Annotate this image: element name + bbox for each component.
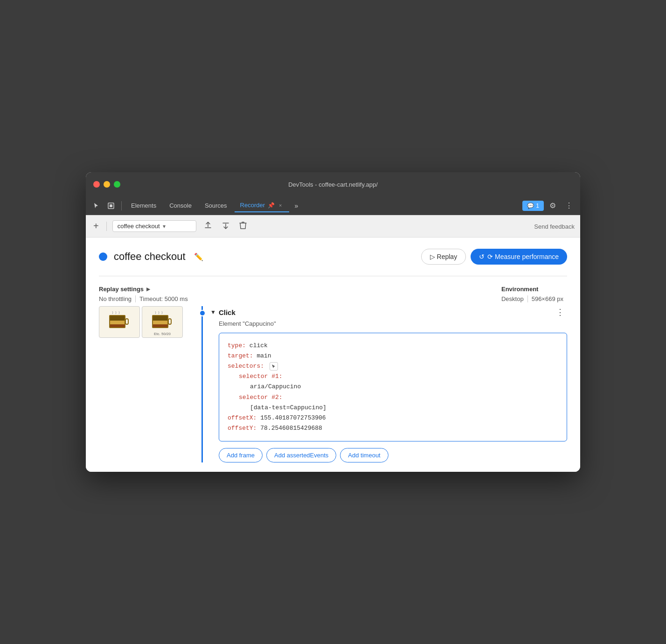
tabbar-right: 💬 1 ⚙ ⋮ xyxy=(522,199,576,212)
recording-dot xyxy=(99,252,107,261)
selector-picker-icon[interactable] xyxy=(270,362,278,371)
tab-console[interactable]: Console xyxy=(164,199,197,212)
settings-values: No throttling Timeout: 5000 ms xyxy=(99,295,192,302)
tab-divider xyxy=(121,201,122,210)
step-type: Click xyxy=(219,308,236,316)
recording-selector-text: coffee checkout xyxy=(118,223,160,230)
thumbnail-2: Etc. 50/20 xyxy=(142,306,183,338)
new-recording-button[interactable]: + xyxy=(91,219,101,233)
import-button[interactable] xyxy=(218,218,234,234)
tab-sources[interactable]: Sources xyxy=(199,199,233,212)
svg-rect-4 xyxy=(110,321,125,324)
more-tabs-button[interactable]: » xyxy=(291,200,302,211)
svg-rect-10 xyxy=(153,324,167,327)
code-line-offsetX: offsetX: 155.40187072753906 xyxy=(228,413,558,423)
step-dot xyxy=(199,310,206,316)
thumbnail-strip: Etc. 50/20 xyxy=(99,306,198,338)
header-actions: ▷ Replay ↺ ⟳ Measure performance xyxy=(421,249,567,265)
desktop-value: Desktop xyxy=(501,295,527,302)
settings-arrow-icon: ▶ xyxy=(146,287,150,292)
delete-button[interactable] xyxy=(236,218,250,234)
code-line-selectors: selectors: xyxy=(228,361,558,371)
step-collapse-icon[interactable]: ▼ xyxy=(210,309,216,315)
tab-recorder-label: Recorder xyxy=(240,202,265,209)
add-asserted-events-button[interactable]: Add assertedEvents xyxy=(266,448,336,462)
tabbar: Elements Console Sources Recorder 📌 × » … xyxy=(86,196,580,215)
svg-rect-6 xyxy=(125,319,128,324)
replay-button-label: ▷ Replay xyxy=(430,253,457,260)
replay-settings-text: Replay settings xyxy=(99,286,144,293)
maximize-button[interactable] xyxy=(114,181,120,188)
close-button[interactable] xyxy=(93,181,100,188)
edit-icon[interactable]: ✏️ xyxy=(192,251,205,263)
tab-console-label: Console xyxy=(169,202,192,209)
traffic-lights xyxy=(93,181,120,188)
add-timeout-button[interactable]: Add timeout xyxy=(340,448,388,462)
code-line-type: type: click xyxy=(228,341,558,351)
titlebar: DevTools - coffee-cart.netlify.app/ xyxy=(86,172,580,196)
replay-settings-label[interactable]: Replay settings ▶ xyxy=(99,286,192,293)
settings-right: Environment Desktop 596×669 px xyxy=(501,286,567,302)
toolbar-right: Send feedback xyxy=(534,222,575,231)
thumbnail-2-label: Etc. 50/20 xyxy=(154,332,171,336)
toolbar-divider xyxy=(106,222,107,231)
settings-button[interactable]: ⚙ xyxy=(546,199,560,212)
code-line-target: target: main xyxy=(228,351,558,361)
comment-button[interactable]: 💬 1 xyxy=(522,201,544,211)
more-tabs-icon: » xyxy=(295,202,298,210)
code-offsetY-key: offsetY: xyxy=(228,425,257,432)
thumbnail-1 xyxy=(99,306,140,338)
settings-left: Replay settings ▶ No throttling Timeout:… xyxy=(99,286,192,302)
tab-elements[interactable]: Elements xyxy=(125,199,162,212)
add-frame-button[interactable]: Add frame xyxy=(219,448,263,462)
svg-rect-5 xyxy=(110,324,125,327)
step-header: ▼ Click ⋮ xyxy=(210,306,567,318)
recording-title: coffee checkout xyxy=(114,251,186,263)
inspect-icon xyxy=(107,202,115,210)
picker-icon-svg xyxy=(271,364,277,369)
measure-icon: ↺ xyxy=(479,253,485,260)
svg-rect-11 xyxy=(168,319,171,324)
replay-button[interactable]: ▷ Replay xyxy=(421,249,466,265)
code-type-val: click xyxy=(250,342,268,349)
send-feedback-link[interactable]: Send feedback xyxy=(534,223,575,230)
export-button[interactable] xyxy=(200,218,216,234)
code-selector1-val: aria/Cappucino xyxy=(250,383,301,390)
code-type-key: type: xyxy=(228,342,246,349)
code-selector2-val: [data-test=Cappucino] xyxy=(250,404,326,411)
dropdown-arrow-icon: ▾ xyxy=(163,223,166,230)
header-separator xyxy=(99,276,567,276)
inspect-icon-btn[interactable] xyxy=(104,200,118,211)
tab-sources-label: Sources xyxy=(205,202,227,209)
step-title-row: ▼ Click xyxy=(210,308,236,316)
code-line-selector1-val: aria/Cappucino xyxy=(228,382,558,392)
tab-recorder-close[interactable]: × xyxy=(278,202,283,209)
code-selector1-key: selector #1: xyxy=(239,373,283,380)
code-line-offsetY: offsetY: 78.25460815429688 xyxy=(228,423,558,434)
code-offsetX-val: 155.40187072753906 xyxy=(260,414,326,421)
step-more-button[interactable]: ⋮ xyxy=(553,306,567,318)
toolbar: + coffee checkout ▾ Sen xyxy=(86,215,580,238)
recorder-pin-icon: 📌 xyxy=(268,202,275,209)
more-options-button[interactable]: ⋮ xyxy=(562,199,576,212)
steps-area: Etc. 50/20 ▼ Click ⋮ Element "Cappucino" xyxy=(99,306,567,462)
throttling-value: No throttling xyxy=(99,295,135,302)
tab-recorder[interactable]: Recorder 📌 × xyxy=(235,199,289,212)
cursor-icon xyxy=(92,202,100,210)
cursor-icon-btn[interactable] xyxy=(90,200,103,211)
code-target-val: main xyxy=(257,352,271,359)
recording-header: coffee checkout ✏️ ▷ Replay ↺ ⟳ Measure … xyxy=(99,249,567,265)
svg-rect-1 xyxy=(110,204,112,207)
recording-selector[interactable]: coffee checkout ▾ xyxy=(112,220,196,232)
measure-performance-button[interactable]: ↺ ⟳ Measure performance xyxy=(471,249,567,265)
step-detail: ▼ Click ⋮ Element "Cappucino" type: clic… xyxy=(201,306,567,462)
minimize-button[interactable] xyxy=(104,181,110,188)
settings-row: Replay settings ▶ No throttling Timeout:… xyxy=(99,286,567,302)
svg-rect-9 xyxy=(153,321,167,324)
steps-thumbnails: Etc. 50/20 xyxy=(99,306,201,462)
coffee-image-1 xyxy=(105,310,133,334)
export-icon xyxy=(204,221,212,230)
code-selector2-key: selector #2: xyxy=(239,394,283,401)
env-values: Desktop 596×669 px xyxy=(501,295,567,302)
toolbar-actions xyxy=(200,218,250,234)
